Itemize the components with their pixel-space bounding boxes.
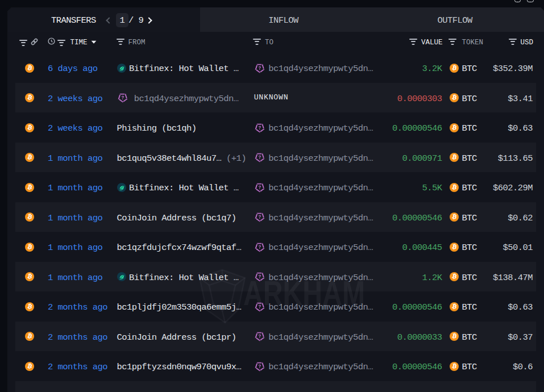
svg-text:ARKHAM: ARKHAM [243,273,365,312]
